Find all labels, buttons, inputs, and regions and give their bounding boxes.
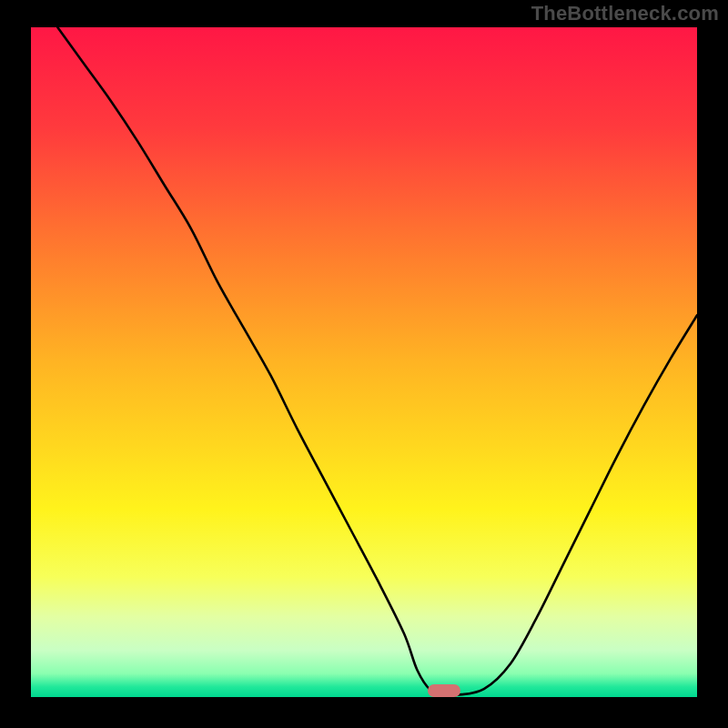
plot-svg [31, 27, 697, 697]
chart-frame: TheBottleneck.com [0, 0, 728, 728]
gradient-background [31, 27, 697, 697]
optimal-marker [428, 684, 461, 697]
watermark-text: TheBottleneck.com [531, 2, 719, 25]
plot-area [31, 27, 697, 697]
